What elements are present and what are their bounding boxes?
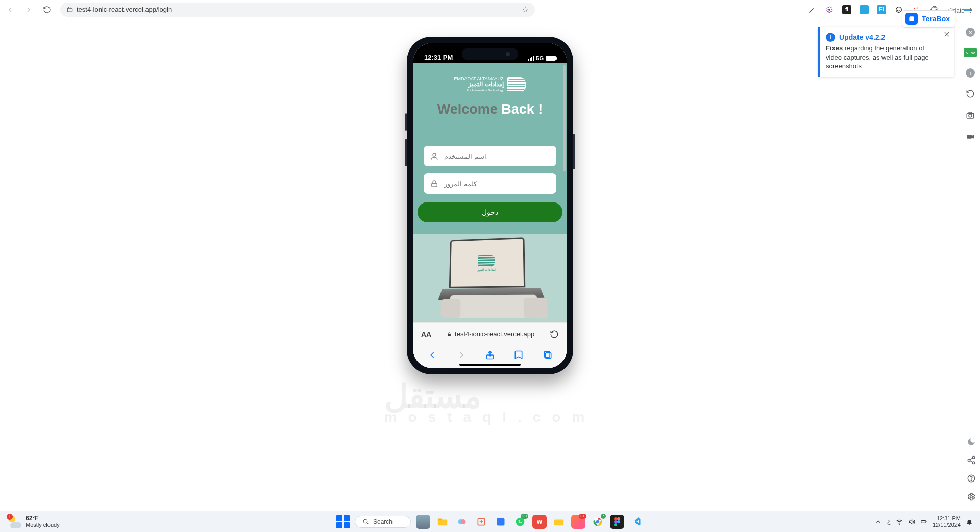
phone-scrollbar[interactable] — [563, 65, 566, 171]
svg-rect-29 — [432, 184, 437, 187]
windows-taskbar: ! 62°F Mostly cloudy Search 29 W 31 7 ع — [0, 511, 980, 532]
taskbar-figma-icon[interactable] — [610, 515, 624, 529]
taskbar-app-1[interactable] — [416, 515, 430, 529]
address-bar[interactable]: ☆ — [60, 3, 535, 17]
taskbar-app-blue-icon[interactable] — [494, 515, 508, 529]
svg-point-6 — [917, 7, 918, 9]
taskbar-whatsapp-icon[interactable]: 29 — [513, 515, 527, 529]
svg-point-10 — [970, 8, 971, 9]
notif-fixes-label: Fixes — [826, 44, 843, 52]
rail-help-icon[interactable] — [967, 474, 976, 483]
tray-battery-icon[interactable] — [920, 518, 927, 525]
svg-point-16 — [969, 114, 972, 117]
tray-notifications-icon[interactable] — [966, 518, 973, 525]
svg-point-5 — [914, 8, 915, 9]
terabox-pill[interactable]: TeraBox — [902, 10, 955, 28]
taskbar-vscode-icon[interactable] — [629, 515, 644, 529]
tray-wifi-icon[interactable] — [896, 518, 903, 525]
site-info-icon[interactable] — [66, 6, 74, 13]
notif-title-text: Update v4.2.2 — [839, 33, 885, 41]
search-icon — [362, 518, 369, 525]
svg-rect-30 — [448, 334, 451, 336]
info-icon: i — [826, 33, 835, 42]
taskbar-folder-icon[interactable] — [552, 515, 566, 529]
svg-point-48 — [614, 517, 617, 520]
forward-button[interactable] — [21, 3, 36, 17]
home-indicator[interactable] — [459, 364, 521, 366]
start-button[interactable] — [336, 515, 350, 528]
taskbar-browser-orange-icon[interactable]: 31 — [571, 515, 585, 529]
login-page: EMDADAT ALTAMAYUZ إمدادات التميز For Inf… — [413, 63, 567, 322]
rail-share-icon[interactable] — [967, 455, 976, 465]
tray-volume-icon[interactable] — [908, 518, 915, 525]
update-notification: i Update v4.2.2 Fixes regarding the gene… — [818, 27, 954, 77]
lock-icon — [430, 179, 439, 188]
rail-close-icon[interactable]: ✕ — [966, 28, 975, 37]
svg-line-35 — [367, 523, 368, 524]
phone-viewport: EMDADAT ALTAMAYUZ إمدادات التميز For Inf… — [413, 63, 567, 322]
rail-camera-icon[interactable] — [965, 110, 975, 120]
rail-info-icon[interactable]: i — [966, 68, 975, 78]
terabox-label: TeraBox — [922, 15, 950, 23]
svg-line-23 — [970, 458, 972, 460]
url-input[interactable] — [77, 6, 516, 13]
password-input[interactable] — [444, 180, 550, 188]
login-button[interactable]: دخول — [418, 202, 562, 222]
bookmark-star-icon[interactable]: ☆ — [522, 5, 529, 14]
profile-date-menu[interactable]: date — [953, 7, 974, 14]
svg-point-27 — [970, 496, 973, 498]
svg-marker-19 — [972, 135, 974, 139]
weather-temp: 62°F — [26, 515, 60, 522]
taskbar-copilot-icon[interactable] — [455, 515, 469, 529]
weather-cond: Mostly cloudy — [26, 522, 60, 528]
back-button[interactable] — [3, 3, 17, 17]
svg-point-50 — [614, 520, 617, 523]
svg-point-52 — [614, 523, 617, 526]
safari-share-button[interactable] — [485, 350, 495, 360]
taskbar-snip-icon[interactable] — [474, 515, 488, 529]
username-field[interactable] — [424, 146, 556, 166]
safari-back-button[interactable] — [427, 350, 437, 360]
safari-url-bar[interactable]: AA test4-ionic-react.vercel.app — [413, 322, 567, 345]
ext-square-f-icon[interactable]: fi — [842, 5, 851, 14]
rail-moon-icon[interactable] — [967, 437, 976, 446]
brand: EMDADAT ALTAMAYUZ إمدادات التميز For Inf… — [454, 77, 526, 92]
ext-fi-blue-icon[interactable]: FI — [877, 5, 886, 14]
ext-download-icon[interactable] — [860, 5, 869, 14]
svg-rect-37 — [438, 518, 442, 520]
tray-lang[interactable]: ع — [887, 518, 891, 525]
search-label: Search — [373, 518, 393, 525]
tray-clock[interactable]: 12:31 PM 12/11/2024 — [933, 515, 961, 528]
username-input[interactable] — [444, 153, 550, 160]
taskbar-chrome-icon[interactable]: 7 — [591, 515, 605, 529]
notif-body: Fixes regarding the generation of video … — [826, 44, 939, 71]
kebab-icon[interactable] — [967, 7, 974, 14]
rail-history-icon[interactable] — [965, 89, 975, 99]
laptop-illustration: إمدادات التميز — [440, 237, 543, 305]
text-size-button[interactable]: AA — [421, 330, 431, 338]
rail-video-icon[interactable] — [965, 132, 975, 142]
notif-close-button[interactable] — [943, 31, 950, 38]
taskbar-center: Search 29 W 31 7 — [336, 515, 644, 529]
ext-gear-icon[interactable] — [825, 5, 834, 14]
svg-point-51 — [617, 520, 620, 523]
svg-point-4 — [896, 7, 902, 12]
safari-forward-button[interactable] — [456, 350, 467, 360]
rail-new-badge[interactable]: NEW — [964, 48, 977, 57]
phone-time: 12:31 PM — [424, 54, 453, 61]
weather-icon: ! — [8, 515, 21, 528]
taskbar-wps-icon[interactable]: W — [532, 515, 547, 529]
safari-reload-button[interactable] — [550, 330, 559, 339]
password-field[interactable] — [424, 173, 556, 194]
taskbar-search[interactable]: Search — [355, 516, 411, 528]
taskbar-explorer-icon[interactable] — [435, 515, 450, 529]
chrome-toolbar: ☆ fi FI ☆ — [0, 0, 980, 19]
safari-tabs-button[interactable] — [543, 350, 553, 360]
safari-bookmarks-button[interactable] — [513, 350, 524, 360]
tray-chevron-icon[interactable] — [875, 518, 882, 525]
reload-button[interactable] — [40, 3, 54, 17]
weather-widget[interactable]: ! 62°F Mostly cloudy — [0, 515, 60, 528]
ext-pen-icon[interactable] — [807, 5, 817, 14]
rail-settings-icon[interactable] — [967, 492, 976, 501]
svg-point-21 — [968, 459, 970, 462]
